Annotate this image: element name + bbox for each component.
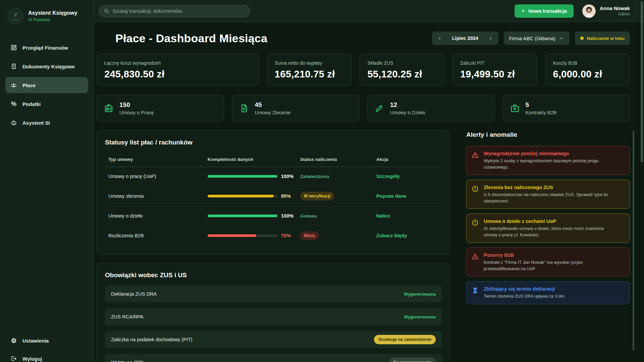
alert-card-umowa-o-dzielo-uop[interactable]: Umowa o dzieło z cechami UoP AI zidentyf… bbox=[466, 214, 630, 243]
obligation-label: Deklaracja ZUS DRA bbox=[111, 291, 157, 297]
topbar-right: + Nowa transakcja Anna Nowak Admin bbox=[515, 4, 630, 18]
completeness-cell: 95% bbox=[208, 193, 300, 199]
contract-type: Umowy o pracę (UoP) bbox=[108, 174, 208, 179]
table-row: Rozliczenia B2B 70% Błędy bbox=[105, 225, 442, 246]
company-selector-value: Firma ABC (Główna) bbox=[509, 36, 555, 41]
stat-card-umowy-o-dzielo: 12 Umowy o Dzieło bbox=[367, 95, 495, 122]
alert-card-minimum-wage[interactable]: Wynagrodzenie poniżej minimalnego Wykryt… bbox=[466, 146, 630, 175]
brand: COMPANY Asystent Księgowy AI Powered bbox=[7, 8, 86, 24]
kpi-card-zus: Składki ZUS 55,120.25 zł bbox=[360, 54, 444, 86]
dashboard-icon bbox=[10, 44, 17, 51]
obligation-status-badge: Oczekuje na zatwierdzenie bbox=[374, 335, 436, 344]
action-cell: Szczegóły bbox=[376, 173, 439, 179]
progress-bar bbox=[208, 215, 277, 217]
alerts-scrollbar[interactable] bbox=[633, 131, 634, 351]
alert-body: Wykryto 2 osoby z wynagrodzeniem bazowym… bbox=[484, 158, 617, 170]
search-box bbox=[99, 5, 250, 17]
documents-icon bbox=[10, 63, 17, 70]
table-row: Umowy o pracę (UoP) 100% Zatwierdzona bbox=[105, 167, 442, 185]
alert-body: AI zidentyfikowało umowę o dzieło, która… bbox=[484, 226, 617, 238]
sidebar-item-label: Przegląd Finansów bbox=[22, 45, 68, 51]
sprout-icon bbox=[12, 12, 19, 18]
list-item: Zaliczka na podatek dochodowy (PIT) Ocze… bbox=[105, 331, 442, 348]
contract-type: Umowy zlecenia bbox=[108, 193, 208, 199]
alert-card-zus-not-calculated[interactable]: Zlecenia bez naliczonego ZUS U 5 zleceni… bbox=[466, 180, 630, 209]
obligations-panel: Obowiązki wobec ZUS i US Deklaracja ZUS … bbox=[97, 263, 450, 362]
kpi-card-pit: Zaliczki PIT 19,499.50 zł bbox=[452, 54, 537, 86]
status-cell: Gotowa bbox=[300, 213, 376, 219]
payroll-status-panel: Statusy list płac / rachunków Typ umowy … bbox=[97, 130, 450, 254]
obligation-status: Wygenerowane bbox=[404, 314, 436, 319]
chevron-down-icon bbox=[559, 36, 564, 41]
list-item: ZUS RCA/RPA Wygenerowane bbox=[105, 308, 442, 325]
sidebar-item-label: Wyloguj bbox=[22, 356, 42, 362]
alerts-panel-title: Alerty i anomalie bbox=[466, 131, 630, 138]
new-transaction-button[interactable]: + Nowa transakcja bbox=[515, 4, 574, 18]
action-link[interactable]: Nalicz bbox=[376, 213, 390, 219]
avatar[interactable] bbox=[582, 4, 596, 18]
alert-card-pozorny-b2b[interactable]: Pozorny B2B Kontrakt z "Firma IT Jan Now… bbox=[466, 247, 630, 277]
gear-icon: ⚙ bbox=[10, 337, 17, 344]
contract-stat-cards: 150 Umowy o Pracę 45 Umowy Zlecenie bbox=[97, 95, 630, 122]
stat-card-kontrakty-b2b: 5 Kontrakty B2B bbox=[503, 95, 630, 122]
progress-bar bbox=[208, 195, 277, 197]
next-month-button[interactable]: › bbox=[486, 34, 495, 43]
status-label: Gotowa bbox=[300, 214, 317, 219]
sidebar-item-asystent-si[interactable]: Asystent SI bbox=[5, 115, 88, 131]
company-selector[interactable]: Firma ABC (Główna) bbox=[504, 32, 570, 45]
payroll-panel-title: Statusy list płac / rachunków bbox=[105, 139, 442, 146]
sidebar-item-wyloguj[interactable]: Wyloguj bbox=[5, 351, 88, 362]
alert-circle-icon bbox=[471, 219, 479, 227]
sidebar-item-przeglad-finansow[interactable]: Przegląd Finansów bbox=[5, 40, 88, 56]
alert-body: Kontrakt z "Firma IT Jan Nowak" ma wysok… bbox=[484, 259, 617, 272]
sidebar-item-dokumenty-ksiegowe[interactable]: Dokumenty Księgowe bbox=[5, 58, 88, 74]
kpi-cards: Łączny koszt wynagrodzeń 245,830.50 zł S… bbox=[97, 54, 630, 86]
logout-icon bbox=[10, 355, 17, 362]
warning-triangle-icon bbox=[471, 151, 479, 159]
contract-type: Umowy o dzieło bbox=[108, 213, 208, 219]
status-badge: Błędy bbox=[300, 231, 319, 240]
status-cell: Zatwierdzona bbox=[300, 173, 376, 179]
progress-bar bbox=[208, 175, 277, 178]
action-link[interactable]: Zobacz błędy bbox=[376, 233, 407, 238]
id-badge-icon bbox=[104, 103, 114, 113]
file-icon bbox=[239, 103, 249, 113]
alert-card-deadline[interactable]: Zbliżający się termin deklaracji Termin … bbox=[466, 281, 630, 304]
header-controls: ‹ Lipiec 2024 › Firma ABC (Główna) Nalic… bbox=[432, 32, 630, 45]
kpi-card-b2b: Koszty B2B 6,000.00 zł bbox=[545, 54, 630, 86]
obligation-status-badge: Do wygenerowania bbox=[389, 358, 436, 362]
sidebar-item-place[interactable]: Płace bbox=[5, 77, 88, 93]
action-cell: Zobacz błędy bbox=[376, 233, 439, 239]
completeness-cell: 70% bbox=[208, 233, 300, 238]
stat-card-umowy-zlecenie: 45 Umowy Zlecenie bbox=[232, 95, 360, 122]
page-scrollbar[interactable] bbox=[641, 1, 643, 162]
completeness-cell: 100% bbox=[208, 174, 300, 179]
completeness-percent: 100% bbox=[281, 174, 293, 179]
main-area: + Nowa transakcja Anna Nowak Admin bbox=[94, 0, 644, 362]
completeness-percent: 100% bbox=[281, 213, 293, 219]
action-cell: Popraw dane bbox=[376, 193, 439, 199]
search-input[interactable] bbox=[113, 8, 245, 14]
left-column: Statusy list płac / rachunków Typ umowy … bbox=[97, 130, 450, 362]
action-link[interactable]: Popraw dane bbox=[376, 193, 407, 199]
alert-title: Zbliżający się termin deklaracji bbox=[484, 286, 565, 292]
avatar-illustration bbox=[582, 4, 596, 18]
prev-month-button[interactable]: ‹ bbox=[435, 34, 444, 43]
list-item: Deklaracja ZUS DRA Wygenerowana bbox=[105, 286, 442, 302]
briefcase-icon bbox=[510, 103, 520, 113]
processing-status-badge: Naliczanie w toku bbox=[575, 32, 630, 45]
sidebar-item-ustawienia[interactable]: ⚙ Ustawienia bbox=[5, 333, 88, 349]
kpi-card-net-total: Suma netto do wypłaty 165,210.75 zł bbox=[267, 54, 352, 86]
progress-bar-fill bbox=[208, 234, 257, 237]
sidebar-item-label: Płace bbox=[22, 82, 36, 88]
action-link[interactable]: Szczegóły bbox=[376, 174, 400, 179]
sidebar-item-podatki[interactable]: % Podatki bbox=[5, 96, 88, 112]
warning-triangle-icon bbox=[471, 253, 479, 261]
obligation-label: Wpłaty na PPK bbox=[111, 360, 144, 362]
brand-tagline: AI Powered bbox=[28, 17, 77, 22]
status-cell: Błędy bbox=[300, 231, 376, 240]
robot-icon bbox=[10, 119, 17, 126]
stat-card-umowy-o-prace: 150 Umowy o Pracę bbox=[97, 95, 224, 122]
col-header-kompletnosc: Kompletność danych bbox=[208, 157, 300, 162]
alert-body: Termin złożenia ZUS DRA upływa za 3 dni. bbox=[484, 293, 565, 300]
